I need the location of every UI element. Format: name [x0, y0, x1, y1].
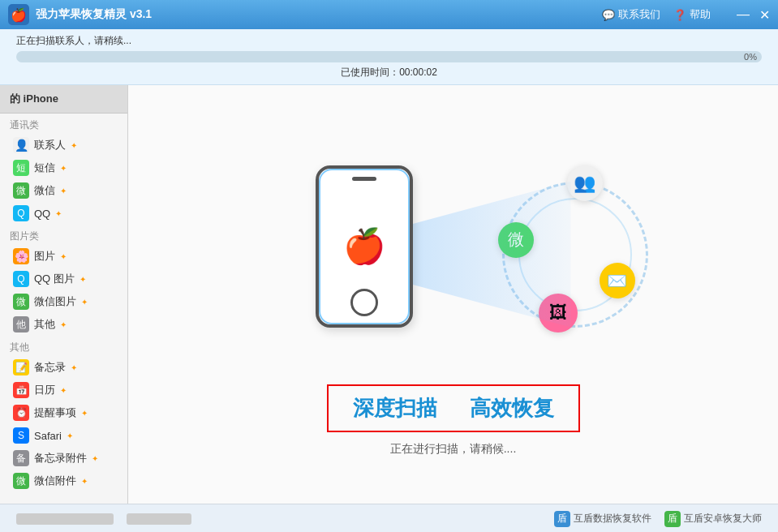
content-area: 🍎 👥 微 ✉️ 🖼 [128, 85, 778, 504]
progress-time: 已使用时间：00:00:02 [16, 66, 762, 79]
photo-icon: 🌸 [13, 248, 29, 264]
other-photo-icon: 他 [13, 316, 29, 332]
safari-icon: S [13, 427, 29, 444]
progress-status: 正在扫描联系人，请稍续... [16, 34, 762, 48]
ad-icon-2: 盾 [664, 511, 681, 527]
sidebar-item-sms[interactable]: 短 短信✦ [0, 157, 127, 179]
sidebar-item-safari[interactable]: S Safari✦ [0, 424, 127, 447]
scan-illustration: 🍎 👥 微 ✉️ 🖼 [226, 133, 681, 376]
ad-item-1[interactable]: 盾 互盾数据恢复软件 [554, 511, 651, 527]
qq-icon: Q [13, 205, 29, 221]
group-label-other: 其他 [0, 336, 127, 356]
minimize-button[interactable]: — [737, 7, 750, 23]
chat-icon: 💬 [602, 9, 615, 21]
titlebar-controls: 💬 联系我们 ❓ 帮助 — ✕ [602, 7, 770, 23]
ad-icon-1: 盾 [554, 511, 570, 527]
sidebar-item-contacts[interactable]: 👤 联系人✦ [0, 134, 127, 157]
app-logo: 🍎 [8, 4, 29, 25]
ad-placeholder-1 [16, 513, 114, 525]
scan-beam [409, 182, 571, 328]
deep-scan-label: 深度扫描 [353, 394, 437, 423]
qq-photo-icon: Q [13, 271, 29, 287]
help-button[interactable]: ❓ 帮助 [673, 7, 711, 22]
reminder-icon: ⏰ [13, 405, 29, 421]
wechat-attachment-icon: 微 [13, 473, 29, 489]
ad-bar: 盾 互盾数据恢复软件 盾 互盾安卓恢复大师 [0, 504, 778, 532]
ad-item-2[interactable]: 盾 互盾安卓恢复大师 [664, 511, 762, 527]
efficient-label: 高效恢复 [470, 394, 554, 423]
help-icon: ❓ [673, 9, 686, 21]
sidebar-item-other-photos[interactable]: 他 其他✦ [0, 313, 127, 336]
memo-icon: 📝 [13, 359, 29, 375]
contact-us-button[interactable]: 💬 联系我们 [602, 7, 660, 22]
sidebar: 的 iPhone 通讯类 👤 联系人✦ 短 短信✦ 微 微信✦ Q QQ✦ 图片… [0, 85, 128, 504]
sidebar-item-memo[interactable]: 📝 备忘录✦ [0, 356, 127, 379]
titlebar: 🍎 强力苹果恢复精灵 v3.1 💬 联系我们 ❓ 帮助 — ✕ [0, 0, 778, 29]
float-email-icon: ✉️ [600, 263, 635, 298]
sidebar-item-wechat-attachment[interactable]: 微 微信附件✦ [0, 470, 127, 492]
scanning-status: 正在进行扫描，请稍候.... [390, 442, 517, 457]
device-label: 的 iPhone [0, 85, 127, 114]
group-label-communication: 通讯类 [0, 114, 127, 134]
ad-placeholder-2 [127, 513, 191, 525]
close-button[interactable]: ✕ [759, 7, 770, 23]
wechat-icon: 微 [13, 182, 29, 199]
window-controls: — ✕ [737, 7, 770, 23]
sms-icon: 短 [13, 160, 29, 176]
sidebar-item-backup-attachment[interactable]: 备 备忘录附件✦ [0, 447, 127, 470]
backup-icon: 备 [13, 450, 29, 466]
sidebar-item-photos[interactable]: 🌸 图片✦ [0, 245, 127, 268]
app-title: 强力苹果恢复精灵 v3.1 [36, 7, 602, 22]
sidebar-item-reminder[interactable]: ⏰ 提醒事项✦ [0, 401, 127, 424]
float-contacts-icon: 👥 [567, 165, 603, 201]
sidebar-item-wechat[interactable]: 微 微信✦ [0, 179, 127, 202]
progress-area: 正在扫描联系人，请稍续... 0% 已使用时间：00:00:02 [0, 29, 778, 85]
sidebar-item-qq-photos[interactable]: Q QQ 图片✦ [0, 268, 127, 290]
scan-text-box: 深度扫描 高效恢复 [327, 384, 580, 432]
group-label-photos: 图片类 [0, 225, 127, 245]
phone-graphic: 🍎 [316, 165, 413, 328]
sidebar-item-calendar[interactable]: 📅 日历✦ [0, 379, 127, 401]
sidebar-item-wechat-photos[interactable]: 微 微信图片✦ [0, 290, 127, 313]
progress-percent: 0% [744, 51, 757, 62]
progress-bar: 0% [16, 51, 762, 62]
contacts-icon: 👤 [13, 137, 29, 153]
calendar-icon: 📅 [13, 382, 29, 398]
apple-logo: 🍎 [343, 226, 385, 266]
main-layout: 的 iPhone 通讯类 👤 联系人✦ 短 短信✦ 微 微信✦ Q QQ✦ 图片… [0, 85, 778, 504]
wechat-photo-icon: 微 [13, 294, 29, 310]
sidebar-item-qq[interactable]: Q QQ✦ [0, 202, 127, 225]
